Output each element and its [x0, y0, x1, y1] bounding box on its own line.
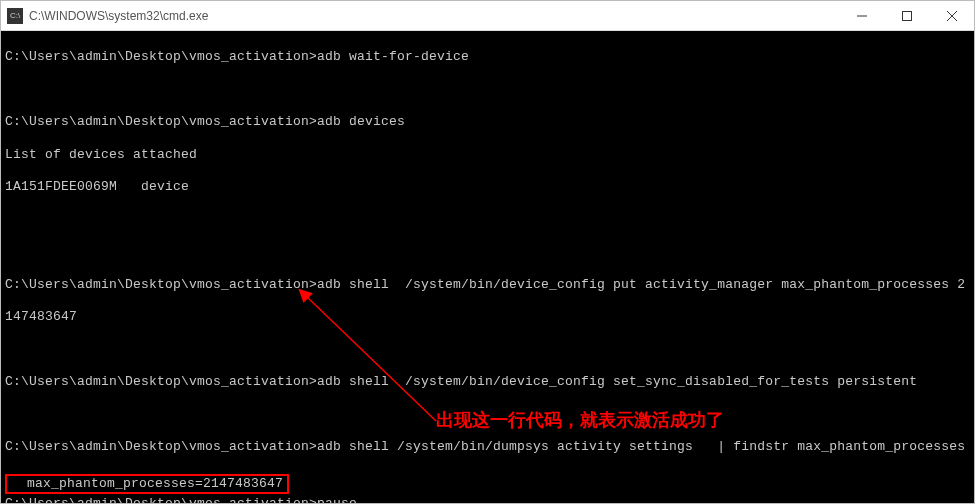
terminal-line: C:\Users\admin\Desktop\vmos_activation>a…: [5, 439, 970, 455]
terminal-line: C:\Users\admin\Desktop\vmos_activation>a…: [5, 277, 970, 293]
cmd-window: C:\ C:\WINDOWS\system32\cmd.exe C:\Users…: [0, 0, 975, 504]
terminal-line: 147483647: [5, 309, 970, 325]
terminal-content[interactable]: C:\Users\admin\Desktop\vmos_activation>a…: [1, 31, 974, 503]
highlighted-output: max_phantom_processes=2147483647: [5, 474, 289, 494]
terminal-line: max_phantom_processes=2147483647: [11, 476, 283, 492]
close-button[interactable]: [929, 1, 974, 30]
terminal-line: C:\Users\admin\Desktop\vmos_activation>a…: [5, 114, 970, 130]
terminal-line: List of devices attached: [5, 147, 970, 163]
terminal-line: 1A151FDEE0069M device: [5, 179, 970, 195]
terminal-line: [5, 82, 970, 98]
terminal-line: [5, 342, 970, 358]
svg-rect-1: [902, 11, 911, 20]
minimize-button[interactable]: [839, 1, 884, 30]
window-title: C:\WINDOWS\system32\cmd.exe: [29, 9, 839, 23]
annotation-text: 出现这一行代码，就表示激活成功了: [436, 409, 724, 432]
terminal-line: C:\Users\admin\Desktop\vmos_activation>a…: [5, 49, 970, 65]
maximize-button[interactable]: [884, 1, 929, 30]
terminal-line: [5, 244, 970, 260]
terminal-line: C:\Users\admin\Desktop\vmos_activation>a…: [5, 374, 970, 390]
cmd-icon: C:\: [7, 8, 23, 24]
terminal-line: C:\Users\admin\Desktop\vmos_activation>p…: [5, 496, 970, 503]
terminal-line: [5, 212, 970, 228]
titlebar[interactable]: C:\ C:\WINDOWS\system32\cmd.exe: [1, 1, 974, 31]
